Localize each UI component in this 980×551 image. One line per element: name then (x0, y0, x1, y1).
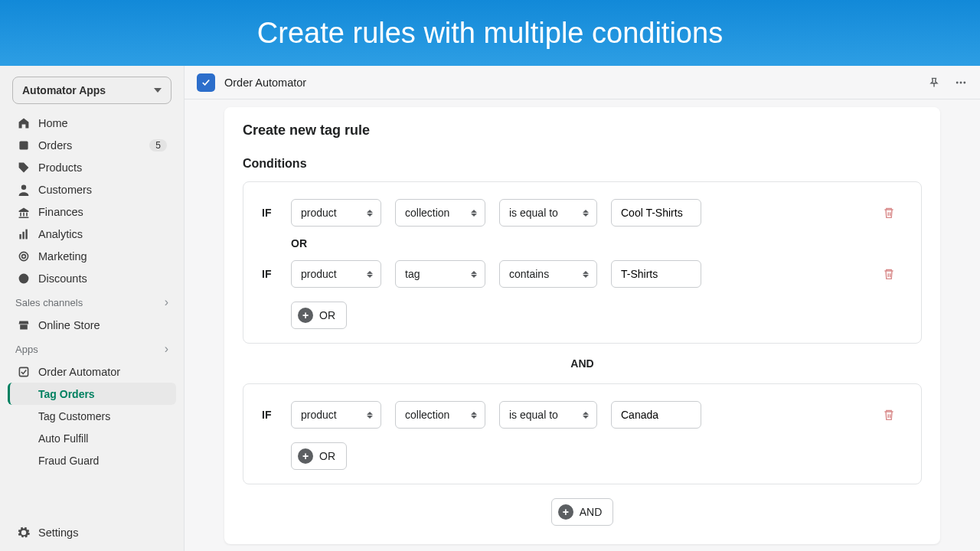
topbar-title: Order Automator (224, 77, 928, 89)
svg-point-10 (960, 81, 962, 83)
orders-icon (17, 139, 31, 152)
store-icon (17, 318, 31, 332)
attribute-select[interactable]: collection (395, 199, 485, 227)
subnav-auto-fulfill[interactable]: Auto Fulfill (8, 427, 176, 449)
chevron-right-icon: › (165, 295, 168, 309)
nav-analytics[interactable]: Analytics (8, 223, 176, 245)
value-input[interactable] (611, 260, 701, 288)
operator-select[interactable]: contains (499, 260, 597, 288)
svg-point-11 (963, 81, 965, 83)
nav-label: Products (38, 161, 167, 174)
if-label: IF (262, 409, 277, 421)
app-selector[interactable]: Automator Apps (12, 77, 172, 104)
app-selector-label: Automator Apps (22, 84, 154, 96)
select-arrows-icon (471, 271, 477, 278)
select-value: product (301, 409, 367, 421)
orders-badge: 5 (149, 139, 167, 152)
subnav-label: Auto Fulfill (38, 432, 88, 445)
add-or-button[interactable]: + OR (291, 302, 347, 329)
chevron-right-icon: › (165, 342, 168, 356)
svg-point-7 (19, 273, 29, 283)
person-icon (17, 183, 31, 197)
attribute-select[interactable]: tag (395, 260, 485, 288)
subnav-label: Tag Orders (38, 388, 95, 400)
gear-icon (17, 526, 31, 540)
condition-group: IF product collection is equal to OR IF … (243, 181, 922, 344)
nav-discounts[interactable]: Discounts (8, 267, 176, 289)
nav-customers[interactable]: Customers (8, 178, 176, 201)
select-value: is equal to (509, 207, 583, 219)
nav-label: Analytics (38, 228, 167, 240)
field-select[interactable]: product (291, 401, 381, 429)
add-and-label: AND (580, 506, 603, 518)
field-select[interactable]: product (291, 260, 381, 288)
svg-point-1 (21, 184, 26, 189)
svg-rect-3 (22, 231, 24, 239)
condition-group: IF product collection is equal to + OR (243, 383, 922, 484)
select-arrows-icon (367, 210, 373, 217)
analytics-icon (17, 227, 31, 241)
select-arrows-icon (583, 210, 589, 217)
rule-card: Create new tag rule Conditions IF produc… (224, 107, 940, 544)
nav-label: Finances (38, 206, 167, 218)
apps-header[interactable]: Apps › (6, 336, 178, 360)
sales-channels-header[interactable]: Sales channels › (6, 289, 178, 314)
value-input[interactable] (611, 401, 701, 429)
nav-marketing[interactable]: Marketing (8, 245, 176, 267)
sidebar: Automator Apps Home Orders 5 Products Cu… (0, 66, 184, 551)
nav-label: Discounts (38, 272, 167, 285)
select-arrows-icon (583, 412, 589, 419)
more-icon[interactable] (954, 77, 968, 89)
subnav-fraud-guard[interactable]: Fraud Guard (8, 449, 176, 471)
subnav-label: Fraud Guard (38, 455, 99, 467)
nav-label: Order Automator (38, 366, 167, 378)
nav-label: Customers (38, 184, 167, 196)
select-value: collection (405, 207, 471, 219)
nav-products[interactable]: Products (8, 156, 176, 178)
card-title: Create new tag rule (243, 122, 922, 139)
field-select[interactable]: product (291, 199, 381, 227)
add-or-label: OR (319, 309, 335, 321)
section-label: Sales channels (15, 297, 83, 308)
nav-label: Orders (38, 139, 149, 152)
tag-icon (17, 161, 31, 174)
nav-label: Marketing (38, 250, 167, 262)
plus-icon: + (558, 504, 573, 520)
svg-rect-2 (19, 234, 21, 239)
banner-title: Create rules with multiple conditions (257, 17, 723, 50)
svg-point-6 (22, 254, 26, 258)
add-and-button[interactable]: + AND (551, 498, 614, 526)
nav-label: Online Store (38, 319, 167, 331)
delete-button[interactable] (881, 267, 897, 281)
operator-select[interactable]: is equal to (499, 401, 597, 429)
subnav-tag-customers[interactable]: Tag Customers (8, 405, 176, 427)
subnav-tag-orders[interactable]: Tag Orders (8, 383, 176, 405)
select-value: is equal to (509, 409, 583, 421)
topbar: Order Automator (185, 66, 980, 99)
delete-button[interactable] (881, 408, 897, 422)
operator-select[interactable]: is equal to (499, 199, 597, 227)
select-arrows-icon (471, 210, 477, 217)
nav-finances[interactable]: Finances (8, 201, 176, 223)
svg-rect-0 (19, 141, 28, 149)
main-content: Order Automator Create new tag rule Cond… (184, 66, 980, 551)
nav-online-store[interactable]: Online Store (8, 314, 176, 336)
nav-order-automator[interactable]: Order Automator (8, 360, 176, 383)
bank-icon (17, 205, 31, 219)
select-arrows-icon (471, 412, 477, 419)
nav-settings[interactable]: Settings (8, 521, 176, 543)
delete-button[interactable] (881, 206, 897, 220)
attribute-select[interactable]: collection (395, 401, 485, 429)
nav-home[interactable]: Home (8, 112, 176, 134)
promo-banner: Create rules with multiple conditions (0, 0, 980, 66)
if-label: IF (262, 268, 277, 280)
app-logo-icon (197, 73, 215, 92)
subnav-label: Tag Customers (38, 410, 110, 422)
add-or-button[interactable]: + OR (291, 442, 347, 470)
pin-icon[interactable] (928, 77, 940, 89)
nav-orders[interactable]: Orders 5 (8, 134, 176, 156)
value-input[interactable] (611, 199, 701, 227)
app-icon (17, 365, 31, 379)
plus-icon: + (298, 448, 313, 464)
add-or-label: OR (319, 450, 335, 462)
